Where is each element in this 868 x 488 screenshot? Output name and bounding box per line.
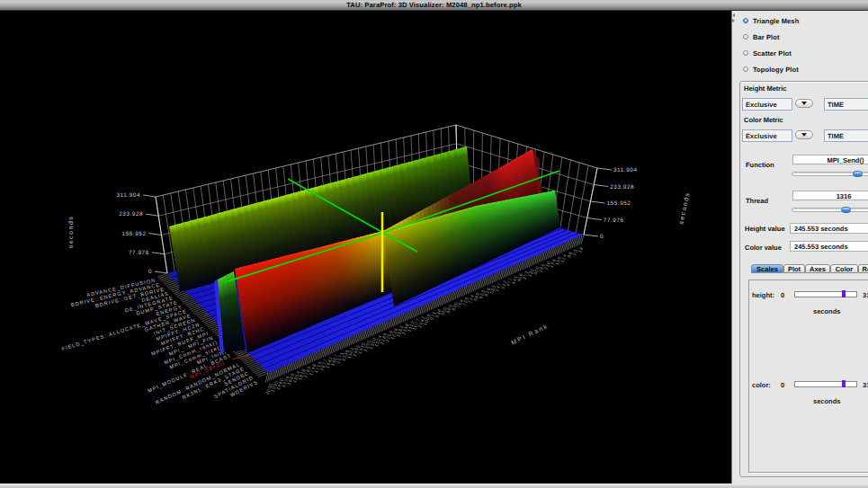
svg-text:155.952: 155.952 — [122, 231, 147, 237]
svg-text:0: 0 — [148, 269, 152, 275]
svg-text:77.976: 77.976 — [604, 217, 624, 224]
svg-text:MPI Rank: MPI Rank — [510, 323, 550, 347]
svg-text:311.904: 311.904 — [613, 167, 638, 173]
svg-text:77.976: 77.976 — [129, 250, 149, 256]
svg-text:233.928: 233.928 — [610, 184, 634, 191]
svg-text:seconds: seconds — [67, 216, 75, 249]
svg-text:155.952: 155.952 — [607, 200, 631, 207]
svg-text:18: 18 — [577, 246, 585, 254]
svg-text:0: 0 — [600, 234, 604, 240]
svg-text:311.904: 311.904 — [117, 192, 141, 199]
svg-text:seconds: seconds — [677, 191, 691, 225]
svg-text:233.928: 233.928 — [119, 211, 143, 217]
